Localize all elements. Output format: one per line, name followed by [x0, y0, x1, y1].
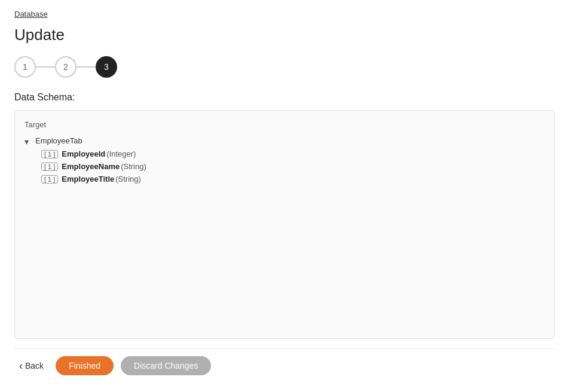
field-badge-3: [ 1 ]	[41, 175, 58, 183]
table-name: EmployeeTab	[35, 136, 82, 145]
field-row-employeeid: [ 1 ] EmployeeId (Integer)	[41, 148, 544, 160]
field-type-employeename: (String)	[121, 162, 146, 171]
back-button[interactable]: Back	[14, 357, 48, 375]
breadcrumb-link[interactable]: Database	[14, 10, 555, 19]
field-type-employeeid: (Integer)	[106, 149, 136, 158]
step-1: 1	[14, 56, 36, 78]
step-3: 3	[96, 56, 117, 78]
step-2: 2	[55, 56, 77, 78]
footer-bar: Back Finished Discard Changes	[14, 348, 555, 382]
discard-changes-button[interactable]: Discard Changes	[121, 356, 211, 375]
page-title: Update	[14, 26, 555, 44]
field-name-employeename: EmployeeName	[62, 162, 120, 171]
field-type-employeetitle: (String)	[115, 174, 141, 183]
section-label: Data Schema:	[14, 92, 555, 103]
schema-panel: Target EmployeeTab [ 1 ] EmployeeId (Int…	[14, 110, 555, 339]
field-row-employeename: [ 1 ] EmployeeName (String)	[41, 160, 544, 173]
chevron-down-icon	[25, 137, 33, 145]
field-badge-1: [ 1 ]	[41, 150, 58, 158]
field-name-employeeid: EmployeeId	[62, 149, 105, 158]
step-line-2	[77, 66, 96, 68]
field-badge-2: [ 1 ]	[41, 163, 58, 171]
step-line-1	[36, 66, 55, 68]
finished-button[interactable]: Finished	[56, 356, 114, 375]
tree-parent[interactable]: EmployeeTab	[25, 134, 544, 148]
target-label: Target	[25, 120, 544, 129]
steps-indicator: 1 2 3	[14, 56, 555, 78]
field-name-employeetitle: EmployeeTitle	[62, 174, 114, 183]
field-row-employeetitle: [ 1 ] EmployeeTitle (String)	[41, 173, 544, 185]
tree-children: [ 1 ] EmployeeId (Integer) [ 1 ] Employe…	[25, 148, 544, 185]
